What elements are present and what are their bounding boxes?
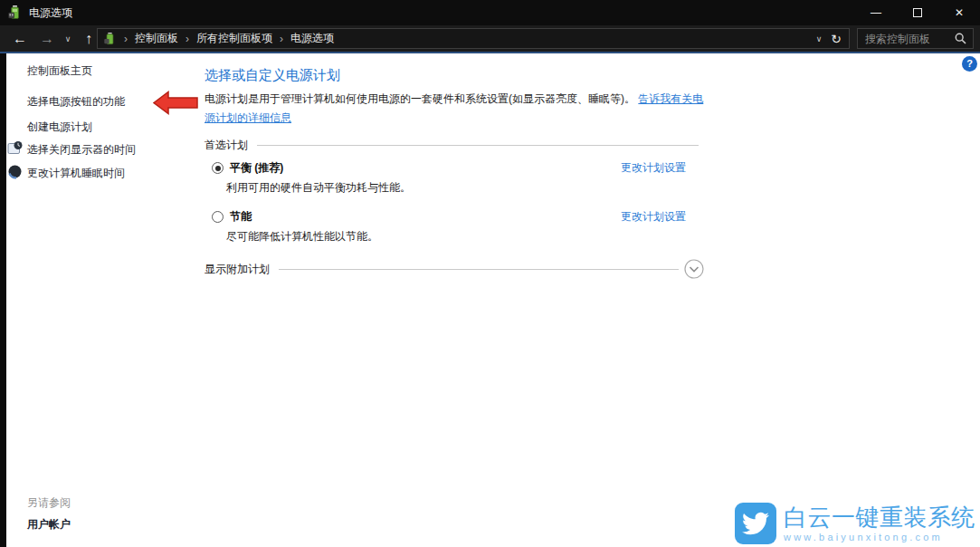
plan-name-balanced[interactable]: 平衡 (推荐) (230, 160, 283, 176)
sidebar-item-sleep-time[interactable]: 更改计算机睡眠时间 (27, 166, 125, 181)
minimize-icon: — (871, 6, 881, 19)
sleep-time-icon (7, 164, 23, 179)
navigation-bar: ← → ∨ ↑ › 控制面板 › 所有控制面板项 › 电源选项 ∨ ↻ (0, 25, 980, 52)
search-button[interactable] (955, 33, 966, 44)
breadcrumb-power-options[interactable]: 电源选项 (290, 31, 334, 46)
sidebar-item-display-off-time[interactable]: 选择关闭显示器的时间 (27, 142, 136, 158)
breadcrumb-all-items[interactable]: 所有控制面板项 (196, 31, 272, 46)
sidebar-item-power-button-function[interactable]: 选择电源按钮的功能 (27, 94, 125, 110)
sidebar-item-control-panel-home[interactable]: 控制面板主页 (27, 63, 92, 79)
search-input[interactable] (858, 33, 955, 45)
power-options-window: 电源选项 — ✕ ← → ∨ ↑ › 控制面板 › 所有控制面板项 › 电源选项… (0, 0, 980, 547)
up-icon: ↑ (85, 31, 92, 47)
breadcrumb-control-panel[interactable]: 控制面板 (135, 31, 178, 46)
additional-plans-row: 显示附加计划 (205, 259, 704, 279)
search-icon (955, 33, 966, 44)
address-bar[interactable]: › 控制面板 › 所有控制面板项 › 电源选项 ∨ ↻ (97, 28, 850, 49)
refresh-button[interactable]: ↻ (831, 32, 849, 46)
page-description: 电源计划是用于管理计算机如何使用电源的一套硬件和系统设置(如显示器亮度、睡眠等)… (205, 90, 704, 128)
breadcrumb-separator: › (272, 33, 290, 45)
window-title: 电源选项 (29, 0, 72, 25)
preferred-plans-header: 首选计划 (205, 138, 248, 153)
bird-icon (742, 510, 769, 537)
power-options-app-icon (7, 5, 23, 20)
chevron-down-icon: ∨ (816, 34, 823, 43)
change-plan-settings-link-balanced[interactable]: 更改计划设置 (621, 160, 686, 176)
annotation-red-arrow-icon (153, 91, 198, 115)
breadcrumb-separator: › (117, 33, 135, 45)
titlebar: 电源选项 — ✕ (0, 0, 980, 25)
forward-button[interactable]: → (36, 25, 58, 52)
section-divider-line (257, 145, 699, 146)
chevron-down-icon: ∨ (65, 34, 71, 43)
display-off-time-icon (7, 140, 23, 156)
back-icon: ← (13, 31, 27, 47)
plan-row-power-saver: 节能 更改计划设置 (205, 209, 699, 225)
section-divider-line (279, 269, 679, 270)
close-icon: ✕ (955, 6, 964, 19)
watermark: 白云一键重装系统 www.baiyunxitong.com (733, 501, 977, 546)
history-dropdown-button[interactable]: ∨ (62, 25, 74, 52)
close-button[interactable]: ✕ (938, 0, 980, 25)
page-title: 选择或自定义电源计划 (205, 67, 340, 84)
minimize-button[interactable]: — (855, 0, 897, 25)
watermark-url: www.baiyunxitong.com (784, 531, 943, 543)
help-icon: ? (966, 58, 973, 69)
address-power-options-icon (103, 32, 117, 45)
plan-row-balanced: 平衡 (推荐) 更改计划设置 (205, 160, 699, 176)
plan-description-balanced: 利用可用的硬件自动平衡功耗与性能。 (226, 180, 411, 196)
left-frame-strip (0, 53, 6, 547)
address-dropdown-button[interactable]: ∨ (807, 34, 832, 43)
plan-name-power-saver[interactable]: 节能 (230, 209, 252, 225)
maximize-icon (913, 8, 922, 17)
refresh-icon: ↻ (831, 32, 842, 46)
window-controls: — ✕ (855, 0, 980, 25)
content-area: ? 控制面板主页 选择电源按钮的功能 创建电源计划 选择关闭显示器的时间 更改计… (0, 53, 980, 547)
breadcrumb-separator: › (178, 33, 196, 45)
see-also-header: 另请参阅 (27, 495, 71, 511)
forward-icon: → (40, 31, 54, 47)
radio-balanced[interactable] (212, 162, 224, 174)
change-plan-settings-link-power-saver[interactable]: 更改计划设置 (621, 209, 686, 225)
description-text: 电源计划是用于管理计算机如何使用电源的一套硬件和系统设置(如显示器亮度、睡眠等)… (205, 92, 635, 105)
maximize-button[interactable] (897, 0, 938, 25)
sidebar-item-create-power-plan[interactable]: 创建电源计划 (27, 120, 92, 135)
watermark-logo (735, 503, 776, 544)
radio-power-saver[interactable] (212, 211, 224, 223)
help-button[interactable]: ? (962, 56, 977, 72)
sidebar-item-user-accounts[interactable]: 用户帐户 (27, 517, 71, 533)
expand-additional-plans-button[interactable] (684, 259, 704, 279)
back-button[interactable]: ← (9, 25, 31, 52)
watermark-brand: 白云一键重装系统 (784, 504, 975, 531)
additional-plans-label: 显示附加计划 (205, 262, 270, 277)
search-box (857, 28, 974, 49)
plan-description-power-saver: 尽可能降低计算机性能以节能。 (226, 229, 378, 245)
preferred-plans-section: 首选计划 (205, 138, 699, 153)
watermark-texts: 白云一键重装系统 www.baiyunxitong.com (784, 504, 975, 543)
